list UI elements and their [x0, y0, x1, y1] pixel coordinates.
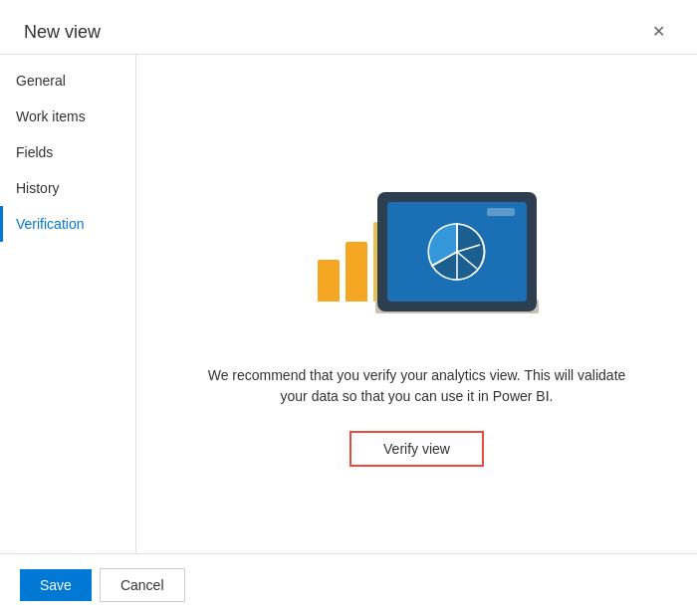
sidebar-item-verification[interactable]: Verification — [0, 206, 135, 242]
dialog-footer: Save Cancel — [0, 553, 697, 616]
save-button[interactable]: Save — [20, 569, 92, 601]
pie-chart-icon — [422, 217, 492, 287]
dialog-title: New view — [24, 22, 101, 43]
dialog-header: New view ✕ — [0, 0, 697, 54]
sidebar-item-fields[interactable]: Fields — [0, 134, 135, 170]
sidebar-item-work-items[interactable]: Work items — [0, 99, 135, 134]
sidebar: General Work items Fields History Verifi… — [0, 55, 136, 553]
sidebar-item-general[interactable]: General — [0, 63, 135, 99]
tablet-device — [377, 192, 537, 311]
bar-1 — [318, 260, 340, 302]
cancel-button[interactable]: Cancel — [100, 568, 185, 602]
tablet-screen — [387, 202, 527, 302]
close-button[interactable]: ✕ — [644, 20, 673, 44]
sidebar-item-history[interactable]: History — [0, 170, 135, 206]
main-content: We recommend that you verify your analyt… — [136, 55, 697, 553]
illustration — [288, 142, 547, 341]
verify-view-button[interactable]: Verify view — [349, 431, 484, 467]
dialog: New view ✕ General Work items Fields His… — [0, 0, 697, 616]
description-text: We recommend that you verify your analyt… — [208, 365, 626, 407]
bar-2 — [346, 242, 367, 302]
dialog-body: General Work items Fields History Verifi… — [0, 54, 697, 553]
